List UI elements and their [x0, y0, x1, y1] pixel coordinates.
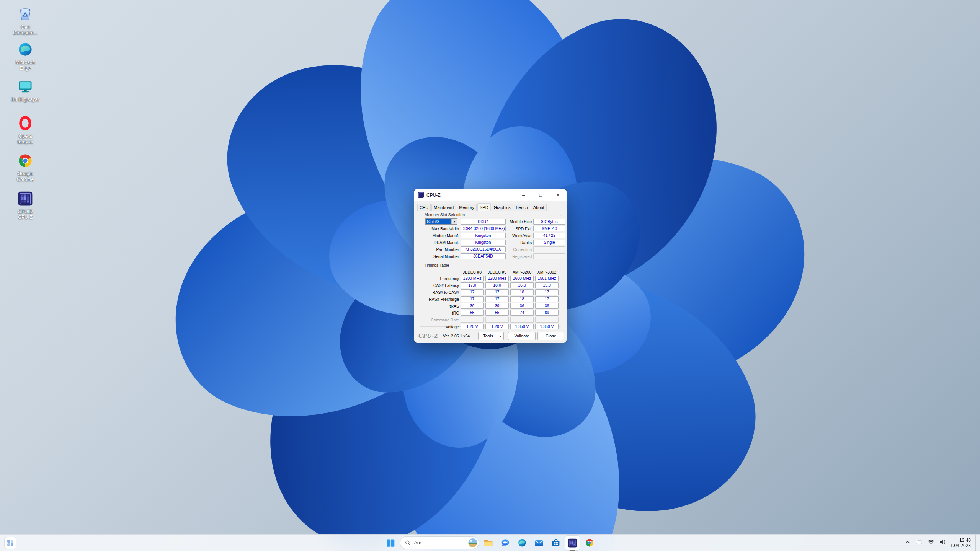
search-icon — [405, 540, 411, 546]
close-window-button[interactable]: × — [549, 189, 567, 201]
taskbar-microsoft-store[interactable] — [549, 536, 563, 550]
microsoft-store-icon — [551, 538, 560, 548]
desktop-icon-label: Geri Dönüşüm... — [13, 24, 38, 36]
field-label: SPD Ext. — [507, 227, 532, 231]
timing-cell: 36 — [535, 303, 559, 309]
desktop-icon-google-chrome[interactable]: Google Chrome — [4, 152, 47, 183]
timing-cell: 17 — [535, 296, 559, 302]
spd-tab-page: Memory Slot Selection Slot #3 ▼ DDR4 Mod… — [417, 211, 564, 329]
cpu-z-icon — [568, 538, 578, 548]
taskbar-clock[interactable]: 13:40 1.04.2023 — [951, 538, 971, 548]
column-header: JEDEC #8 — [461, 270, 484, 274]
timing-cell: 17 — [461, 296, 484, 302]
group-title: Timings Table — [423, 263, 451, 267]
timing-cell: 36 — [510, 303, 534, 309]
taskbar-cpu-z-active[interactable] — [565, 536, 580, 550]
tray-cloud-button[interactable] — [915, 540, 923, 546]
tools-dropdown-arrow[interactable]: ▼ — [498, 332, 504, 340]
taskbar: Ara — [0, 534, 980, 551]
validate-button[interactable]: Validate — [508, 332, 536, 340]
timing-cell: 1.350 V — [510, 324, 534, 329]
timing-cell: 69 — [535, 310, 559, 316]
desktop-icon-recycle-bin[interactable]: Geri Dönüşüm... — [4, 5, 47, 36]
ranks-field: Single — [533, 240, 565, 245]
desktop-icon-cpuid-cpu-z[interactable]: CPUID CPU-Z — [4, 190, 47, 220]
taskbar-chrome[interactable] — [582, 536, 597, 550]
field-label: Ranks — [507, 240, 532, 245]
column-header: XMP-3200 — [510, 270, 534, 274]
show-desktop-button[interactable] — [975, 535, 977, 551]
title-bar[interactable]: CPU-Z – □ × — [414, 189, 567, 201]
tab-graphics[interactable]: Graphics — [492, 204, 513, 211]
serial-number-field: 36DAF54D — [461, 253, 506, 259]
desktop-icon-microsoft-edge[interactable]: Microsoft Edge — [4, 41, 47, 71]
desktop-icon-this-pc[interactable]: Bu Bilgisayar — [4, 78, 47, 103]
minimize-button[interactable]: – — [515, 189, 532, 201]
start-button[interactable] — [384, 536, 398, 550]
cpuz-window-icon — [418, 192, 424, 198]
tab-cpu[interactable]: CPU — [417, 204, 431, 211]
maximize-button[interactable]: □ — [532, 189, 549, 201]
mail-icon — [534, 538, 544, 548]
tab-about[interactable]: About — [531, 204, 547, 211]
search-input[interactable]: Ara — [400, 537, 479, 549]
timing-cell: 15.0 — [535, 282, 559, 288]
wifi-icon — [928, 539, 934, 545]
timing-cell: 18.0 — [485, 282, 509, 288]
timing-cell — [461, 317, 484, 323]
edge-icon — [17, 41, 33, 57]
close-button[interactable]: Close — [537, 332, 564, 340]
module-manuf-field: Kingston — [461, 233, 506, 238]
registered-field — [533, 253, 565, 259]
field-label: Module Size — [507, 219, 532, 224]
desktop-icon-label: Google Chrome — [17, 171, 34, 183]
timings-table-group: Timings Table JEDEC #8 JEDEC #9 XMP-3200… — [420, 266, 561, 327]
dram-manuf-field: Kingston — [461, 240, 506, 245]
tools-button[interactable]: Tools — [478, 332, 498, 340]
file-explorer-icon — [483, 538, 493, 548]
field-label: Max Bandwidth — [422, 227, 459, 231]
timing-cell — [485, 317, 509, 323]
opera-icon — [17, 115, 33, 131]
memory-type-field: DDR4 — [461, 219, 506, 225]
taskbar-chat[interactable] — [498, 536, 513, 550]
taskbar-file-explorer[interactable] — [481, 536, 496, 550]
tab-bench[interactable]: Bench — [514, 204, 530, 211]
tab-spd[interactable]: SPD — [477, 203, 491, 211]
widgets-button[interactable] — [5, 537, 16, 549]
taskbar-edge[interactable] — [515, 536, 529, 550]
timing-cell: 18 — [510, 289, 534, 295]
tray-network-button[interactable] — [928, 539, 934, 546]
timing-cell: 55 — [485, 310, 509, 316]
taskbar-mail[interactable] — [532, 536, 546, 550]
slot-select-dropdown[interactable]: Slot #3 ▼ — [425, 218, 457, 225]
timing-cell: 1.20 V — [461, 324, 484, 329]
timing-cell: 17 — [485, 289, 509, 295]
timing-cell: 74 — [510, 310, 534, 316]
tray-volume-button[interactable] — [939, 539, 946, 546]
clock-time: 13:40 — [951, 538, 971, 543]
desktop-icon-label: Microsoft Edge — [16, 60, 35, 71]
tray-chevron-button[interactable] — [905, 539, 911, 547]
part-number-field: KF3200C16D4/8GX — [461, 246, 506, 252]
spd-ext-field: XMP 2.0 — [533, 226, 565, 231]
tab-mainboard[interactable]: Mainboard — [431, 204, 456, 211]
chrome-icon — [585, 538, 594, 548]
chat-icon — [500, 538, 510, 548]
window-footer: CPU-Z Ver. 2.05.1.x64 Tools ▼ Validate C… — [414, 329, 567, 343]
row-label: Command Rate — [422, 318, 459, 322]
timing-cell: 1600 MHz — [510, 276, 534, 281]
desktop-icon-opera[interactable]: Opera tarayıcı — [4, 114, 47, 145]
tab-memory[interactable]: Memory — [457, 204, 477, 211]
search-highlight-image — [469, 538, 477, 547]
desktop-icon-label: Opera tarayıcı — [18, 134, 33, 145]
window-title: CPU-Z — [426, 192, 441, 198]
clock-date: 1.04.2023 — [951, 543, 971, 548]
this-pc-monitor-icon — [17, 78, 34, 95]
chevron-up-icon — [905, 539, 911, 545]
active-app-indicator — [570, 550, 575, 551]
timing-cell: 16.0 — [510, 282, 534, 288]
version-text: Ver. 2.05.1.x64 — [443, 334, 470, 338]
row-label: Voltage — [422, 324, 459, 329]
correction-field — [533, 246, 565, 252]
